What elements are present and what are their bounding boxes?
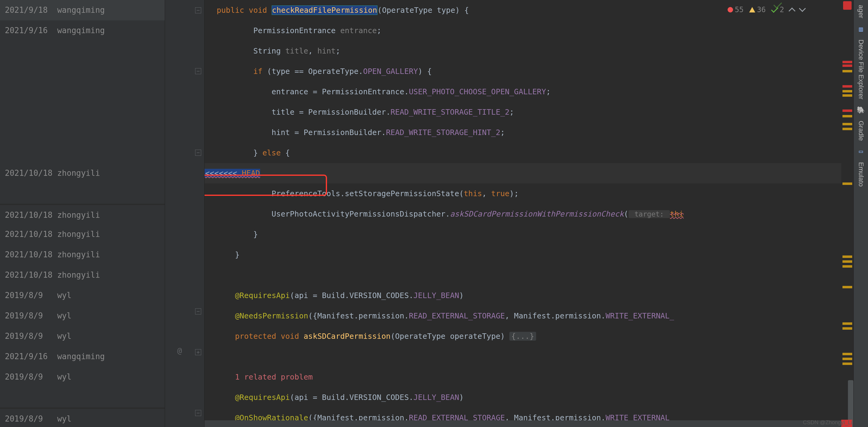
- blame-row: [0, 143, 165, 163]
- inspections-widget[interactable]: 55 36 2: [727, 4, 805, 16]
- toolwindow-tab-emulator[interactable]: Emulato: [857, 160, 865, 189]
- blame-row: [0, 183, 165, 204]
- fold-icon[interactable]: [195, 7, 201, 13]
- error-stripe[interactable]: [841, 0, 854, 427]
- watermark-text: CSDN @Zhongyi_Li: [803, 419, 852, 426]
- toolwindow-tab-manager[interactable]: ager: [857, 2, 865, 21]
- fold-icon[interactable]: [195, 68, 201, 74]
- prev-highlight-button[interactable]: [789, 8, 796, 15]
- inspection-warnings[interactable]: 36: [749, 5, 766, 14]
- fold-icon[interactable]: [195, 308, 201, 314]
- code-line[interactable]: @NeedsPermission({Manifest.permission.RE…: [205, 306, 841, 326]
- editor-gutter: @ @: [165, 0, 205, 427]
- related-problem-link[interactable]: 1 related problem: [235, 373, 313, 381]
- code-line[interactable]: title = PermissionBuilder.READ_WRITE_STO…: [205, 102, 841, 122]
- blame-row[interactable]: 2021/10/18 zhongyili: [0, 245, 165, 265]
- code-line[interactable]: if (type == OperateType.OPEN_GALLERY) {: [205, 61, 841, 82]
- code-line[interactable]: }: [205, 245, 841, 265]
- code-line[interactable]: PreferenceTools.setStoragePermissionStat…: [205, 183, 841, 204]
- code-line[interactable]: 1 related problem: [205, 367, 841, 387]
- blame-row[interactable]: 2021/9/16 wangqiming: [0, 346, 165, 367]
- next-highlight-button[interactable]: [799, 5, 806, 12]
- toolwindow-tab-gradle[interactable]: Gradle: [857, 118, 865, 143]
- blame-row: [0, 61, 165, 82]
- blame-row[interactable]: 2021/10/18 zhongyili: [0, 204, 165, 224]
- folded-block[interactable]: {...}: [509, 332, 536, 341]
- blame-row[interactable]: 2021/9/16 wangqiming: [0, 20, 165, 41]
- blame-row[interactable]: 2019/8/9 wyl: [0, 326, 165, 346]
- inspection-warning-count: 36: [757, 5, 766, 14]
- code-line[interactable]: UserPhotoActivityPermissionsDispatcher.a…: [205, 204, 841, 224]
- editor-code-area[interactable]: 55 36 2 public void checkReadFilePermiss…: [205, 0, 841, 427]
- blame-row: [0, 387, 165, 407]
- blame-row[interactable]: 2021/10/18 zhongyili: [0, 163, 165, 183]
- horizontal-scrollbar[interactable]: [205, 420, 841, 427]
- inline-parameter-hint: target:: [628, 210, 670, 218]
- fold-icon[interactable]: [195, 410, 201, 416]
- toolwindow-tab-device-file-explorer[interactable]: Device File Explorer: [857, 37, 865, 102]
- code-line[interactable]: [205, 265, 841, 285]
- blame-row[interactable]: 2021/10/18 zhongyili: [0, 224, 165, 245]
- emulator-icon[interactable]: ▭: [857, 147, 866, 156]
- blame-row[interactable]: 2021/10/18 zhongyili: [0, 265, 165, 285]
- code-line[interactable]: @RequiresApi(api = Build.VERSION_CODES.J…: [205, 387, 841, 407]
- code-line[interactable]: String title, hint;: [205, 41, 841, 61]
- warning-icon: [749, 7, 755, 12]
- code-line[interactable]: @RequiresApi(api = Build.VERSION_CODES.J…: [205, 285, 841, 306]
- blame-row[interactable]: 2019/8/9 wyl: [0, 306, 165, 326]
- code-line-conflict-marker[interactable]: <<<<<<< HEAD: [205, 163, 841, 183]
- code-line[interactable]: protected void askSDCardPermission(Opera…: [205, 326, 841, 346]
- error-icon: [727, 7, 733, 12]
- gradle-icon[interactable]: 🐘: [857, 106, 866, 115]
- code-line[interactable]: PermissionEntrance entrance;: [205, 20, 841, 41]
- blame-row[interactable]: 2019/8/9 wyl: [0, 407, 165, 427]
- inspection-error-count: 55: [735, 5, 744, 14]
- blame-row: [0, 41, 165, 61]
- blame-row[interactable]: 2021/9/18 wangqiming: [0, 0, 165, 20]
- fold-icon[interactable]: [195, 349, 201, 355]
- code-line[interactable]: } else {: [205, 143, 841, 163]
- code-line[interactable]: entrance = PermissionEntrance.USER_PHOTO…: [205, 82, 841, 102]
- right-tool-window-bar: ager ▥ Device File Explorer 🐘 Gradle ▭ E…: [854, 0, 868, 427]
- inspection-ok[interactable]: 2: [771, 5, 784, 14]
- blame-row: [0, 82, 165, 102]
- code-line[interactable]: [205, 346, 841, 367]
- inspection-errors[interactable]: 55: [727, 5, 744, 14]
- code-line[interactable]: }: [205, 224, 841, 245]
- traffic-light-icon[interactable]: [843, 1, 851, 10]
- blame-row: [0, 102, 165, 122]
- check-icon: [771, 5, 778, 13]
- device-file-explorer-icon[interactable]: ▥: [857, 24, 866, 33]
- annotations-gutter: 2021/9/18 wangqiming2021/9/16 wangqiming…: [0, 0, 165, 427]
- blame-row[interactable]: 2019/8/9 wyl: [0, 367, 165, 387]
- inspection-ok-count: 2: [780, 5, 784, 14]
- override-icon[interactable]: @: [177, 346, 182, 355]
- blame-row: [0, 122, 165, 143]
- code-line[interactable]: hint = PermissionBuilder.READ_WRITE_STOR…: [205, 122, 841, 143]
- fold-icon[interactable]: [195, 150, 201, 156]
- blame-row[interactable]: 2019/8/9 wyl: [0, 285, 165, 306]
